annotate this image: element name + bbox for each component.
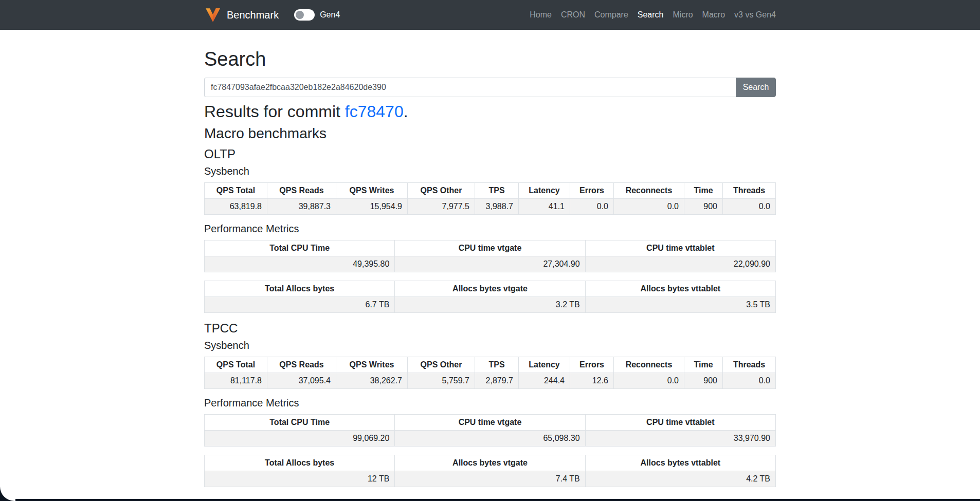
table-cell: 900 <box>684 199 723 215</box>
table-cell: 41.1 <box>519 199 570 215</box>
column-header: QPS Total <box>205 183 267 199</box>
table-header-row: Total Allocs bytesAllocs bytes vtgateAll… <box>205 281 776 297</box>
table-row: 81,117.837,095.438,262.75,759.72,879.724… <box>205 373 776 389</box>
column-header: TPS <box>475 357 519 373</box>
column-header: Errors <box>570 357 614 373</box>
screen-corner-bottom-left <box>0 486 15 501</box>
table-cell: 6.7 TB <box>205 297 395 313</box>
column-header: QPS Other <box>408 357 475 373</box>
table-row: 6.7 TB3.2 TB3.5 TB <box>205 297 776 313</box>
table-cell: 2,879.7 <box>475 373 519 389</box>
column-header: Threads <box>723 183 776 199</box>
column-header: Time <box>684 357 723 373</box>
oltp-heading: OLTP <box>204 147 776 161</box>
oltp-allocs-table: Total Allocs bytesAllocs bytes vtgateAll… <box>204 281 776 313</box>
column-header: Reconnects <box>614 357 684 373</box>
brand-label: Benchmark <box>227 9 279 21</box>
column-header: Total Allocs bytes <box>205 281 395 297</box>
vitess-logo-icon <box>204 6 222 24</box>
table-header-row: Total CPU TimeCPU time vtgateCPU time vt… <box>205 415 776 431</box>
gen4-toggle-group: Gen4 <box>294 9 340 21</box>
macro-benchmarks-heading: Macro benchmarks <box>204 125 776 142</box>
commit-link[interactable]: fc78470 <box>345 102 404 121</box>
page-title: Search <box>204 48 776 70</box>
nav-item-cron[interactable]: CRON <box>556 10 590 20</box>
gen4-toggle[interactable] <box>294 9 315 21</box>
gen4-toggle-label: Gen4 <box>320 10 340 20</box>
table-cell: 3.5 TB <box>585 297 775 313</box>
table-cell: 7,977.5 <box>408 199 475 215</box>
table-cell: 99,069.20 <box>205 431 395 447</box>
table-cell: 244.4 <box>519 373 570 389</box>
tpcc-allocs-table: Total Allocs bytesAllocs bytes vtgateAll… <box>204 455 776 487</box>
brand-link[interactable]: Benchmark <box>204 6 279 24</box>
nav-item-home[interactable]: Home <box>525 10 556 20</box>
table-cell: 12.6 <box>570 373 614 389</box>
oltp-sysbench-heading: Sysbench <box>204 165 776 177</box>
column-header: Allocs bytes vttablet <box>585 455 775 471</box>
nav-item-search[interactable]: Search <box>633 10 668 20</box>
nav-item-micro[interactable]: Micro <box>668 10 698 20</box>
table-cell: 3,988.7 <box>475 199 519 215</box>
column-header: CPU time vtgate <box>395 240 585 256</box>
table-cell: 4.2 TB <box>585 471 775 487</box>
table-header-row: QPS TotalQPS ReadsQPS WritesQPS OtherTPS… <box>205 357 776 373</box>
column-header: Errors <box>570 183 614 199</box>
table-cell: 81,117.8 <box>205 373 267 389</box>
column-header: QPS Total <box>205 357 267 373</box>
column-header: QPS Reads <box>267 183 336 199</box>
screen-bottom-edge <box>0 499 980 501</box>
table-header-row: QPS TotalQPS ReadsQPS WritesQPS OtherTPS… <box>205 183 776 199</box>
tpcc-sysbench-table: QPS TotalQPS ReadsQPS WritesQPS OtherTPS… <box>204 357 776 389</box>
column-header: QPS Reads <box>267 357 336 373</box>
column-header: Latency <box>519 357 570 373</box>
column-header: TPS <box>475 183 519 199</box>
table-cell: 5,759.7 <box>408 373 475 389</box>
tpcc-performance-metrics-heading: Performance Metrics <box>204 397 776 409</box>
column-header: Allocs bytes vtgate <box>395 455 585 471</box>
results-prefix: Results for commit <box>204 102 345 121</box>
tpcc-sysbench-heading: Sysbench <box>204 340 776 351</box>
table-cell: 7.4 TB <box>395 471 585 487</box>
table-cell: 0.0 <box>723 199 776 215</box>
main-content: Search Search Results for commit fc78470… <box>204 48 776 487</box>
oltp-sysbench-table: QPS TotalQPS ReadsQPS WritesQPS OtherTPS… <box>204 182 776 215</box>
nav-item-v3-vs-gen4[interactable]: v3 vs Gen4 <box>730 10 776 20</box>
table-cell: 27,304.90 <box>395 256 585 272</box>
table-cell: 49,395.80 <box>205 256 395 272</box>
toggle-knob-icon <box>296 11 304 19</box>
table-cell: 37,095.4 <box>267 373 336 389</box>
column-header: Allocs bytes vtgate <box>395 281 585 297</box>
table-header-row: Total CPU TimeCPU time vtgateCPU time vt… <box>205 240 776 256</box>
table-cell: 0.0 <box>723 373 776 389</box>
results-suffix: . <box>404 102 408 121</box>
column-header: Reconnects <box>614 183 684 199</box>
column-header: Total CPU Time <box>205 415 395 431</box>
table-row: 63,819.839,887.315,954.97,977.53,988.741… <box>205 199 776 215</box>
search-input[interactable] <box>204 78 736 97</box>
column-header: Allocs bytes vttablet <box>585 281 775 297</box>
search-input-group: Search <box>204 78 776 97</box>
column-header: CPU time vttablet <box>585 240 775 256</box>
table-cell: 22,090.90 <box>585 256 775 272</box>
column-header: Total CPU Time <box>205 240 395 256</box>
navbar-container: Benchmark Gen4 Home CRON Compare Search … <box>204 6 776 24</box>
table-row: 12 TB7.4 TB4.2 TB <box>205 471 776 487</box>
tpcc-cpu-table: Total CPU TimeCPU time vtgateCPU time vt… <box>204 414 776 447</box>
column-header: CPU time vttablet <box>585 415 775 431</box>
column-header: Time <box>684 183 723 199</box>
column-header: Total Allocs bytes <box>205 455 395 471</box>
nav-item-macro[interactable]: Macro <box>698 10 730 20</box>
table-row: 99,069.2065,098.3033,970.90 <box>205 431 776 447</box>
table-cell: 0.0 <box>570 199 614 215</box>
table-row: 49,395.8027,304.9022,090.90 <box>205 256 776 272</box>
table-cell: 0.0 <box>614 199 684 215</box>
search-button[interactable]: Search <box>736 78 776 97</box>
column-header: Latency <box>519 183 570 199</box>
column-header: CPU time vtgate <box>395 415 585 431</box>
column-header: QPS Other <box>408 183 475 199</box>
column-header: QPS Writes <box>336 183 408 199</box>
tpcc-heading: TPCC <box>204 321 776 336</box>
table-cell: 39,887.3 <box>267 199 336 215</box>
nav-item-compare[interactable]: Compare <box>590 10 633 20</box>
